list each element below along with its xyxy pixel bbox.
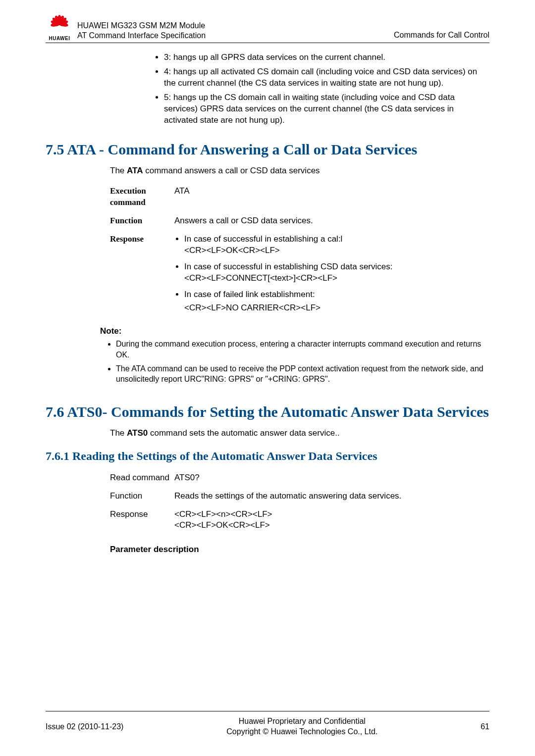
ata-definition-table: Execution command ATA Function Answers a… xyxy=(110,186,489,318)
cmd-ats0: ATS0 xyxy=(127,428,148,438)
value-function: Reads the settings of the automatic answ… xyxy=(174,491,489,502)
header-section-name: Commands for Call Control xyxy=(394,30,489,42)
response-item: In case of successful in establishing a … xyxy=(184,234,489,256)
response-item: In case of failed link establishment: xyxy=(184,289,489,301)
bullet-item: 5: hangs up the CS domain call in waitin… xyxy=(164,92,489,126)
label-execution-command: Execution command xyxy=(110,186,174,208)
bullet-item: 4: hangs up all activated CS domain call… xyxy=(164,66,489,89)
value-execution-command: ATA xyxy=(174,186,489,208)
section-7-5-heading: 7.5 ATA - Command for Answering a Call o… xyxy=(46,140,489,159)
section-7-5-intro: The ATA command answers a call or CSD da… xyxy=(110,165,489,177)
label-read-command: Read command xyxy=(110,472,174,484)
label-function: Function xyxy=(110,215,174,227)
parameter-description-heading: Parameter description xyxy=(110,544,489,555)
note-block: Note: During the command execution proce… xyxy=(100,326,489,385)
huawei-petals-icon xyxy=(49,15,70,33)
label-response: Response xyxy=(110,509,174,532)
label-function: Function xyxy=(110,491,174,502)
value-read-command: ATS0? xyxy=(174,472,489,484)
header-title-line2: AT Command Interface Specification xyxy=(77,31,394,41)
response-item-body: <CR><LF>NO CARRIER<CR><LF> xyxy=(184,302,489,314)
cmd-ata: ATA xyxy=(127,166,143,175)
value-response: <CR><LF><n><CR><LF> <CR><LF>OK<CR><LF> xyxy=(174,509,489,532)
page-footer: Issue 02 (2010-11-23) Huawei Proprietary… xyxy=(46,711,489,737)
footer-issue: Issue 02 (2010-11-23) xyxy=(46,721,123,732)
response-item: In case of successful in establishing CS… xyxy=(184,261,489,284)
footer-center: Huawei Proprietary and Confidential Copy… xyxy=(123,716,481,737)
header-title-line1: HUAWEI MG323 GSM M2M Module xyxy=(77,21,394,31)
section-7-6-intro: The ATS0 command sets the automatic answ… xyxy=(110,428,489,439)
value-response: In case of successful in establishing a … xyxy=(174,234,489,319)
bullet-item: 3: hangs up all GPRS data services on th… xyxy=(164,52,489,63)
page-header: HUAWEI HUAWEI MG323 GSM M2M Module AT Co… xyxy=(46,15,489,43)
value-function: Answers a call or CSD data services. xyxy=(174,215,489,227)
continuation-bullets: 3: hangs up all GPRS data services on th… xyxy=(152,52,489,126)
note-item: During the command execution process, en… xyxy=(116,339,489,360)
note-item: The ATA command can be used to receive t… xyxy=(116,363,489,385)
huawei-logo: HUAWEI xyxy=(46,15,73,42)
label-response: Response xyxy=(110,234,174,319)
section-7-6-heading: 7.6 ATS0- Commands for Setting the Autom… xyxy=(46,403,489,421)
note-title: Note: xyxy=(100,326,489,337)
footer-page-number: 61 xyxy=(481,721,489,732)
header-titles: HUAWEI MG323 GSM M2M Module AT Command I… xyxy=(77,21,394,42)
ats0-definition-table: Read command ATS0? Function Reads the se… xyxy=(110,472,489,532)
section-7-6-1-heading: 7.6.1 Reading the Settings of the Automa… xyxy=(46,448,489,464)
huawei-logo-text: HUAWEI xyxy=(46,35,73,42)
